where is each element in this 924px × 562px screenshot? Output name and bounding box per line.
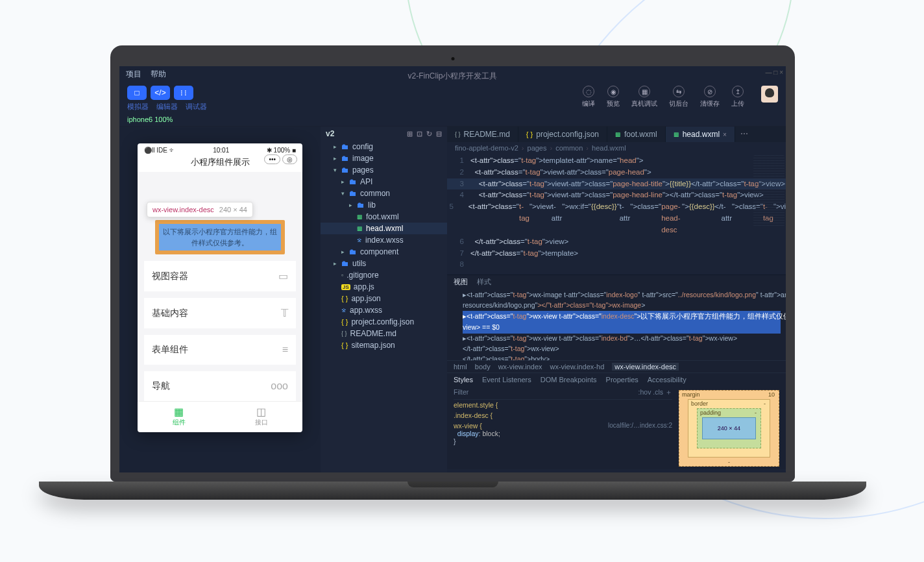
list-item[interactable]: 导航ooo <box>144 371 296 401</box>
background-button[interactable]: ⇆切后台 <box>669 86 688 108</box>
project-root[interactable]: v2 <box>326 129 334 138</box>
device-info: iphone6 100% <box>119 113 786 127</box>
devtools-subtab[interactable]: Properties <box>606 376 638 384</box>
preview-button[interactable]: ◉预览 <box>607 86 620 108</box>
devtools-subtab[interactable]: DOM Breakpoints <box>541 376 597 384</box>
menu-help[interactable]: 帮助 <box>151 69 166 80</box>
devtools-subtab[interactable]: Accessibility <box>648 376 687 384</box>
inspect-tooltip: wx-view.index-desc240 × 44 <box>147 202 253 217</box>
tree-node[interactable]: { }sitemap.json <box>321 339 447 351</box>
compile-button[interactable]: ◌编译 <box>582 86 595 108</box>
capsule-close[interactable]: ◎ <box>282 154 297 164</box>
tree-node[interactable]: ▩head.wxml <box>321 223 447 234</box>
new-file-icon[interactable]: ⊞ <box>407 130 413 138</box>
upload-button[interactable]: ↥上传 <box>731 86 744 108</box>
tree-node[interactable]: ▸🖿lib <box>321 199 447 211</box>
minimap[interactable] <box>753 155 784 226</box>
status-time: 10:01 <box>213 147 229 154</box>
styles-hov-cls[interactable]: :hov .cls ＋ <box>638 388 672 397</box>
devtools-subtab[interactable]: Styles <box>454 376 473 384</box>
styles-filter[interactable]: Filter <box>454 388 468 397</box>
close-icon[interactable]: × <box>723 131 727 138</box>
tree-node[interactable]: { }project.config.json <box>321 316 447 328</box>
menubar: 项目 帮助 <box>119 66 786 82</box>
tree-node[interactable]: ▸🖿component <box>321 246 447 258</box>
simulator-panel: ⚫ll IDE ᯤ 10:01 ✱ 100% ■ 小程序组件展示 ••• ◎ <box>119 127 321 472</box>
file-explorer: v2 ⊞⊡↻⊟ ▸🖿config▸🖿image▾🖿pages▸🖿API▾🖿com… <box>321 127 447 472</box>
refresh-icon[interactable]: ↻ <box>426 130 432 138</box>
tree-node[interactable]: { }app.json <box>321 293 447 304</box>
editor-tab[interactable]: ▩foot.wxml <box>607 127 666 142</box>
toolbar: □ </> ⫶⫶ 模拟器 编辑器 调试器 ◌编译 ◉预览 ▦真机调试 ⇆切后台 … <box>119 82 786 113</box>
phone-frame: ⚫ll IDE ᯤ 10:01 ✱ 100% ■ 小程序组件展示 ••• ◎ <box>138 143 302 432</box>
new-folder-icon[interactable]: ⊡ <box>417 130 422 138</box>
window-controls[interactable]: — □ × <box>766 69 783 76</box>
tabbar-api[interactable]: ◫接口 <box>220 402 302 432</box>
editor-tab[interactable]: { }project.config.json <box>518 127 607 142</box>
mode-sim-label: 模拟器 <box>127 102 149 112</box>
tree-node[interactable]: ▫.gitignore <box>321 269 447 281</box>
tree-node[interactable]: JSapp.js <box>321 281 447 293</box>
tree-node[interactable]: ※app.wxss <box>321 304 447 316</box>
devtools-subtab[interactable]: Event Listeners <box>482 376 531 384</box>
editor-tab[interactable]: ▩head.wxml× <box>666 127 735 142</box>
list-item[interactable]: 基础内容𝕋 <box>144 298 296 328</box>
tree-node[interactable]: ▩foot.wxml <box>321 211 447 223</box>
menu-project[interactable]: 项目 <box>126 69 141 80</box>
styles-panel[interactable]: Filter :hov .cls ＋ element.style {.index… <box>447 386 679 469</box>
tree-node[interactable]: ▾🖿pages <box>321 164 447 176</box>
list-item[interactable]: 表单组件≡ <box>144 335 296 365</box>
dom-tree[interactable]: ▸<t-attr">class="t-tag">wx-image t-attr"… <box>447 289 786 360</box>
mode-editor-label: 编辑器 <box>156 102 178 112</box>
devtools-subtabs: StylesEvent ListenersDOM BreakpointsProp… <box>447 373 786 386</box>
devtools-tab-other[interactable]: 样式 <box>477 277 491 287</box>
tree-node[interactable]: ▸🖿utils <box>321 258 447 269</box>
tree-node[interactable]: ▸🖿API <box>321 176 447 188</box>
collapse-icon[interactable]: ⊟ <box>436 130 442 138</box>
capsule-more[interactable]: ••• <box>264 154 280 164</box>
devtools-tab-elements[interactable]: 视图 <box>454 277 468 287</box>
status-right: ✱ 100% ■ <box>267 147 296 154</box>
list-item[interactable]: 视图容器▭ <box>144 261 296 291</box>
mode-editor-button[interactable]: </> <box>151 86 170 100</box>
laptop-frame: 项目 帮助 v2-FinClip小程序开发工具 — □ × □ </> ⫶⫶ 模… <box>110 45 795 500</box>
remote-debug-button[interactable]: ▦真机调试 <box>631 86 657 108</box>
page-title: 小程序组件展示 <box>191 157 250 167</box>
mode-sim-button[interactable]: □ <box>127 86 147 100</box>
tabs-more[interactable]: ⋯ <box>735 127 753 142</box>
status-left: ⚫ll IDE ᯤ <box>144 147 176 154</box>
tree-node[interactable]: ※index.wxss <box>321 234 447 246</box>
editor-tab[interactable]: { }README.md <box>447 127 518 142</box>
mode-debug-button[interactable]: ⫶⫶ <box>174 86 193 100</box>
mode-debug-label: 调试器 <box>186 102 207 112</box>
code-editor[interactable]: 1<t-attr">class="t-tag">template t-attr"… <box>447 154 786 275</box>
tree-node[interactable]: ▸🖿image <box>321 153 447 164</box>
tree-node[interactable]: ▾🖿common <box>321 188 447 199</box>
highlighted-element[interactable]: 以下将展示小程序官方组件能力，组件样式仅供参考。 <box>155 220 285 254</box>
avatar[interactable] <box>761 86 778 103</box>
dom-breadcrumb[interactable]: htmlbodywx-view.indexwx-view.index-hdwx-… <box>447 360 786 373</box>
tree-node[interactable]: { }README.md <box>321 328 447 339</box>
breadcrumb: fino-applet-demo-v2›pages›common›head.wx… <box>447 142 786 154</box>
devtools: 视图 样式 ▸<t-attr">class="t-tag">wx-image t… <box>447 275 786 469</box>
tabbar-components[interactable]: ▦组件 <box>138 402 220 432</box>
editor-tabs: { }README.md{ }project.config.json▩foot.… <box>447 127 786 142</box>
box-model: margin10- border- padding- 240 × 44 <box>679 390 779 467</box>
tree-node[interactable]: ▸🖿config <box>321 141 447 153</box>
clear-cache-button[interactable]: ⊘清缓存 <box>700 86 720 108</box>
